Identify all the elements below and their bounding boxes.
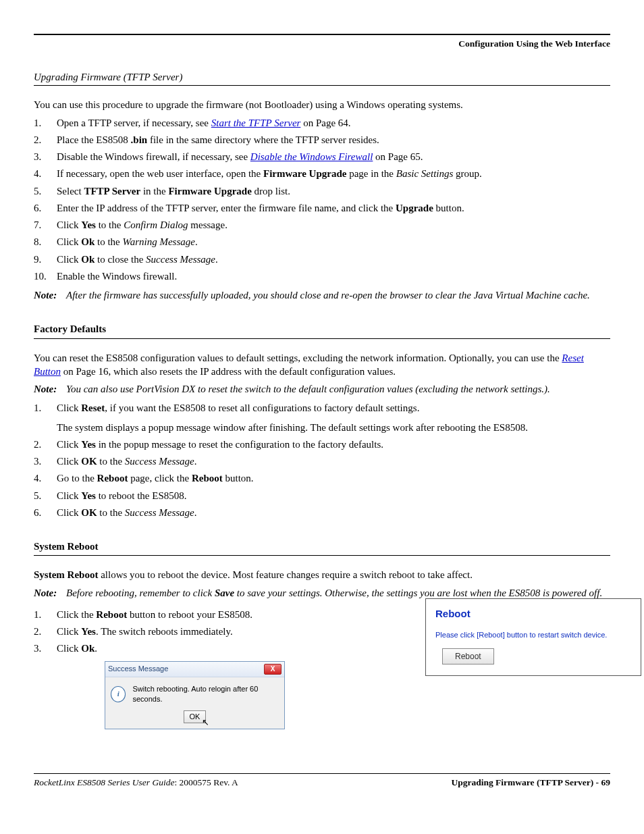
reboot-panel-message: Please click [Reboot] button to restart … [435,630,631,640]
close-icon[interactable]: X [264,664,281,675]
note-factory-defaults: Note: You can also use PortVision DX to … [34,382,610,396]
system-reboot-intro: System Reboot allows you to reboot the d… [34,568,610,581]
section-subtitle: Upgrading Firmware (TFTP Server) [34,70,610,84]
reboot-button[interactable]: Reboot [442,648,494,664]
note-upgrade: Note: After the firmware has successfull… [34,288,610,302]
header-section-label: Configuration Using the Web Interface [34,38,610,50]
info-icon: i [111,686,126,702]
heading-system-reboot: System Reboot [34,540,610,553]
dialog-message: Switch rebooting. Auto relogin after 60 … [132,684,279,704]
dialog-title-text: Success Message [108,664,168,674]
reboot-panel: Reboot Please click [Reboot] button to r… [425,598,641,676]
steps-list-factory-cont: 2.Click Yes in the popup message to rese… [34,438,610,519]
success-message-dialog: Success Message X i Switch rebooting. Au… [105,661,285,730]
steps-list-upgrade: 1.Open a TFTP server, if necessary, see … [34,116,610,284]
steps-list-reboot: 1.Click the Reboot button to reboot your… [34,608,371,656]
link-start-tftp[interactable]: Start the TFTP Server [211,118,301,128]
note-system-reboot: Note: Before rebooting, remember to clic… [34,586,610,600]
steps-list-factory: 1.Click Reset, if you want the ES8508 to… [34,401,610,415]
reboot-panel-title: Reboot [435,607,631,621]
intro-paragraph: You can use this procedure to upgrade th… [34,98,610,111]
cursor-icon: ↖ [202,716,209,729]
page-footer: RocketLinx ES8508 Series User Guide: 200… [34,773,610,789]
ok-button[interactable]: OK↖ [184,710,207,723]
heading-factory-defaults: Factory Defaults [34,322,610,336]
link-disable-firewall[interactable]: Disable the Windows Firewall [250,151,373,162]
factory-defaults-intro: You can reset the ES8508 configuration v… [34,351,610,379]
step1-sub: The system displays a popup message wind… [57,421,610,434]
